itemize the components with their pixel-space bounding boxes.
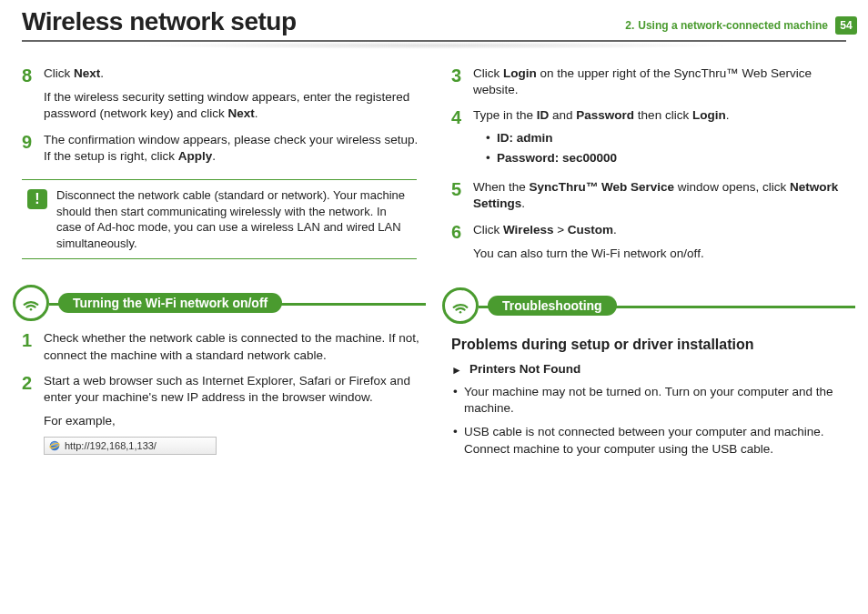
step-1: 1 Check whether the network cable is con…	[22, 330, 426, 363]
right-column: 3 Click Login on the upper right of the …	[442, 56, 855, 465]
step-number: 3	[451, 65, 473, 98]
bold: ID	[537, 108, 550, 122]
t: .	[613, 223, 617, 237]
t: Click	[473, 66, 503, 80]
step-number: 1	[22, 330, 44, 363]
note-box: ! Disconnect the network cable (standard…	[22, 179, 417, 259]
t: Click	[44, 66, 74, 80]
note-text: Disconnect the network cable (standard o…	[56, 187, 411, 251]
bold: Password: sec00000	[497, 151, 617, 165]
bold: Wireless	[503, 223, 553, 237]
step-9: 9 The confirmation window appears, pleas…	[22, 132, 426, 165]
step-4: 4 Type in the ID and Password then click…	[451, 107, 855, 170]
step-2: 2 Start a web browser such as Internet E…	[22, 373, 426, 430]
t: .	[212, 149, 216, 163]
step-text: Type in the ID and Password then click L…	[473, 107, 855, 124]
step-text: Click Login on the upper right of the Sy…	[473, 65, 855, 98]
credential-id: ID: admin	[486, 130, 855, 146]
t: .	[255, 106, 258, 120]
step-3: 3 Click Login on the upper right of the …	[451, 65, 855, 98]
step-number: 4	[451, 107, 473, 170]
t: The confirmation window appears, please …	[44, 133, 418, 163]
bold: Login	[503, 66, 537, 80]
bold: Next	[228, 106, 255, 120]
bold: Password	[576, 108, 634, 122]
address-bar-example: http://192,168,1,133/	[44, 437, 217, 455]
bold: ID: admin	[497, 131, 553, 145]
credential-password: Password: sec00000	[486, 150, 855, 166]
bold: Custom	[568, 223, 613, 237]
step-number: 9	[22, 132, 44, 165]
section-title: Troubleshooting	[488, 296, 617, 316]
t: >	[553, 223, 567, 237]
bullet-item: USB cable is not connected between your …	[451, 424, 855, 457]
triangle-icon: ►	[451, 362, 462, 378]
header-meta: 2. Using a network-connected machine 54	[625, 16, 857, 35]
step-text: Check whether the network cable is conne…	[44, 330, 426, 363]
t: and	[549, 108, 576, 122]
section-title: Turning the Wi-Fi network on/off	[58, 293, 282, 313]
step-text: You can also turn the Wi-Fi network on/o…	[473, 246, 855, 262]
t: then click	[634, 108, 692, 122]
step-text: When the SyncThru™ Web Service window op…	[473, 179, 855, 212]
page-title: Wireless network setup	[22, 7, 297, 36]
t: Type in the	[473, 108, 537, 122]
topic-printers-not-found: ► Printers Not Found	[451, 362, 855, 378]
step-text: Click Wireless > Custom.	[473, 222, 855, 238]
bullet-item: Your machine may not be turned on. Turn …	[451, 384, 855, 417]
t: When the	[473, 180, 530, 194]
ie-icon	[48, 439, 61, 452]
page-number-badge: 54	[835, 16, 857, 35]
bold: Apply	[178, 149, 213, 163]
bold: Next	[74, 66, 100, 80]
t: If the wireless security setting window …	[44, 90, 409, 120]
wifi-icon	[13, 285, 49, 321]
chapter-num: 2.	[625, 19, 634, 32]
step-text: For example,	[44, 413, 426, 429]
step-8: 8 Click Next. If the wireless security s…	[22, 65, 426, 123]
step-6: 6 Click Wireless > Custom. You can also …	[451, 222, 855, 262]
step-number: 2	[22, 373, 44, 430]
url-text: http://192,168,1,133/	[65, 440, 156, 451]
step-text: Start a web browser such as Internet Exp…	[44, 373, 426, 406]
alert-icon: !	[27, 189, 47, 209]
t: window opens, click	[674, 180, 790, 194]
t: .	[100, 66, 104, 80]
step-number: 8	[22, 65, 44, 123]
step-text: If the wireless security setting window …	[44, 89, 426, 122]
bold: SyncThru™ Web Service	[530, 180, 675, 194]
step-5: 5 When the SyncThru™ Web Service window …	[451, 179, 855, 212]
wifi-icon	[442, 287, 479, 324]
left-column: 8 Click Next. If the wireless security s…	[13, 56, 426, 465]
t: .	[726, 108, 730, 122]
section-heading-wifi: Turning the Wi-Fi network on/off	[13, 285, 426, 321]
step-number: 6	[451, 222, 473, 262]
section-heading-troubleshooting: Troubleshooting	[442, 287, 855, 324]
topic-label: Printers Not Found	[469, 362, 580, 378]
t: .	[521, 196, 525, 210]
step-number: 5	[451, 179, 473, 212]
bold: Login	[692, 108, 726, 122]
shadow-decor	[127, 42, 741, 49]
step-text: Click Next.	[44, 65, 426, 82]
subsection-heading: Problems during setup or driver installa…	[451, 337, 855, 353]
step-text: The confirmation window appears, please …	[44, 132, 426, 165]
t: Click	[473, 223, 503, 237]
svg-point-3	[459, 311, 462, 314]
chapter-label: Using a network-connected machine	[638, 19, 828, 32]
svg-point-0	[30, 308, 33, 311]
